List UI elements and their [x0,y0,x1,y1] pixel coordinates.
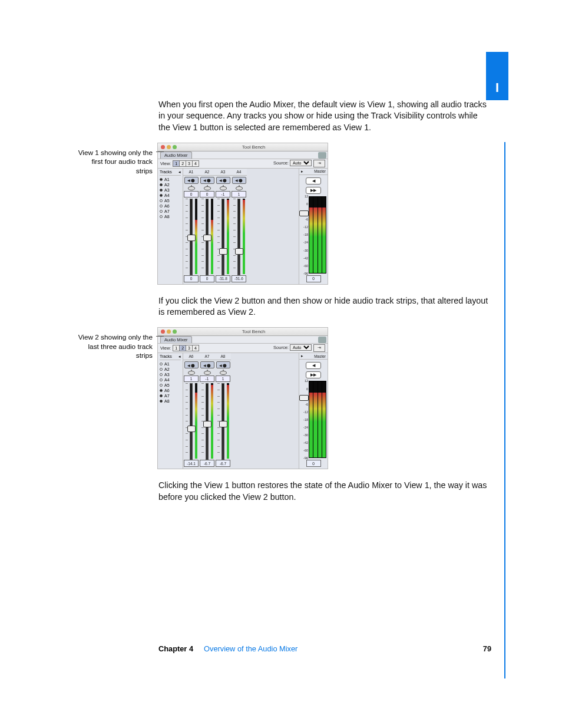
pan-knob[interactable]: ◀ ⬤ [184,177,199,184]
bullet-icon [160,368,163,371]
tab-audio-mixer[interactable]: Audio Mixer [160,151,192,159]
expand-icon[interactable] [318,152,326,159]
pan-slider[interactable] [204,370,211,375]
volume-fader[interactable] [184,199,199,274]
master-meter-bar [318,381,322,457]
master-meters: 1200-6-12-18-24-30-42-60-96 [299,381,328,458]
track-visibility-A7[interactable]: A7 [160,209,181,214]
figure-row-2: View 2 showing only the last three audio… [77,327,491,469]
bullet-icon [160,400,163,403]
traffic-lights [158,145,180,149]
pan-knob[interactable]: ◀ ⬤ [232,177,246,184]
chevron-left-icon[interactable]: ◂ [178,170,181,174]
strip-header: A7 [199,353,215,360]
chevron-right-icon[interactable]: ▸ [301,169,303,174]
fader-knob-icon[interactable] [219,421,227,427]
tracks-header: Tracks [160,354,172,359]
strip-header: A3 [215,169,231,176]
track-visibility-A8[interactable]: A8 [160,398,181,404]
track-visibility-A2[interactable]: A2 [160,182,181,187]
pan-knob[interactable]: ◀ ⬤ [200,177,214,184]
track-visibility-A6[interactable]: A6 [160,388,181,393]
level-readout: -14.1 [184,460,199,467]
track-visibility-A3[interactable]: A3 [160,187,181,193]
downmix-icon[interactable]: ⇥ [313,160,325,167]
source-select[interactable]: Auto [290,160,312,166]
track-visibility-A2[interactable]: A2 [160,367,181,372]
track-visibility-A4[interactable]: A4 [160,377,181,383]
volume-fader[interactable] [232,199,246,274]
tracks-column: Tracks◂A1A2A3A4A5A6A7A8 [158,353,183,469]
fader-knob-icon[interactable] [187,235,196,241]
master-label: Master [314,169,326,173]
track-visibility-A7[interactable]: A7 [160,393,181,398]
source-label: Source: [273,160,289,166]
bullet-icon [160,384,163,387]
track-visibility-A8[interactable]: A8 [160,214,181,219]
mixer-body: Tracks◂A1A2A3A4A5A6A7A8A1◀ ⬤00A2◀ ⬤00A3◀… [158,169,328,284]
minimize-icon[interactable] [167,145,171,149]
master-strip: ▸Master◀▶▶1200-6-12-18-24-30-42-60-960 [299,353,328,469]
source-select[interactable]: Auto [290,344,312,351]
volume-fader[interactable] [200,383,214,459]
master-fader-knob-icon[interactable] [299,395,309,401]
pan-slider[interactable] [220,370,227,375]
pan-value: -1 [216,191,230,197]
window-titlebar: Tool Bench [158,143,328,151]
volume-fader[interactable] [216,383,230,459]
fader-knob-icon[interactable] [203,421,211,427]
master-solo-button[interactable]: ▶▶ [306,187,321,194]
bullet-icon [160,189,163,192]
close-icon[interactable] [161,330,165,334]
master-label: Master [314,354,326,358]
track-visibility-A6[interactable]: A6 [160,203,181,209]
view-button-4[interactable]: 4 [192,345,199,351]
zoom-icon[interactable] [173,330,177,334]
downmix-icon[interactable]: ⇥ [313,344,325,352]
level-meter [195,383,197,459]
fader-knob-icon[interactable] [219,248,227,255]
volume-fader[interactable] [200,199,214,274]
expand-icon[interactable] [318,337,326,343]
pan-slider[interactable] [220,185,227,190]
volume-fader[interactable] [184,383,199,459]
track-visibility-A1[interactable]: A1 [160,361,181,367]
pan-slider[interactable] [236,185,243,190]
view-button-4[interactable]: 4 [192,160,199,167]
close-icon[interactable] [161,145,165,149]
chevron-left-icon[interactable]: ◂ [178,354,181,359]
source-label: Source: [273,345,289,350]
level-readout: 0 [184,275,199,282]
pan-knob[interactable]: ◀ ⬤ [184,361,199,368]
pan-knob[interactable]: ◀ ⬤ [216,361,230,368]
chapter-label: Chapter 4 [158,644,193,653]
paragraph: When you first open the Audio Mixer, the… [158,99,491,133]
pan-knob[interactable]: ◀ ⬤ [216,177,230,184]
pan-slider[interactable] [188,185,195,190]
fader-knob-icon[interactable] [187,426,196,432]
master-strip: ▸Master◀▶▶1200-6-12-18-24-30-42-60-960 [299,169,328,284]
pan-value: 0 [200,191,214,197]
zoom-icon[interactable] [173,145,177,149]
tab-row: Audio Mixer [158,336,328,343]
minimize-icon[interactable] [167,330,171,334]
pan-slider[interactable] [188,370,195,375]
channel-strip-A3: A3◀ ⬤-1-31.8 [215,169,231,284]
fader-knob-icon[interactable] [203,235,211,241]
master-mute-button[interactable]: ◀ [306,177,321,185]
tab-audio-mixer[interactable]: Audio Mixer [160,336,192,343]
master-solo-button[interactable]: ▶▶ [306,371,321,378]
pan-knob[interactable]: ◀ ⬤ [200,361,214,368]
master-fader-knob-icon[interactable] [299,210,309,216]
volume-fader[interactable] [216,199,230,274]
db-scale: 1200-6-12-18-24-30-42-60-96 [300,381,309,458]
chevron-right-icon[interactable]: ▸ [301,354,303,358]
track-visibility-A5[interactable]: A5 [160,383,181,388]
pan-slider[interactable] [204,185,211,190]
fader-knob-icon[interactable] [235,248,243,255]
master-mute-button[interactable]: ◀ [306,362,321,369]
track-visibility-A4[interactable]: A4 [160,193,181,198]
track-visibility-A1[interactable]: A1 [160,177,181,182]
track-visibility-A5[interactable]: A5 [160,198,181,203]
track-visibility-A3[interactable]: A3 [160,372,181,377]
